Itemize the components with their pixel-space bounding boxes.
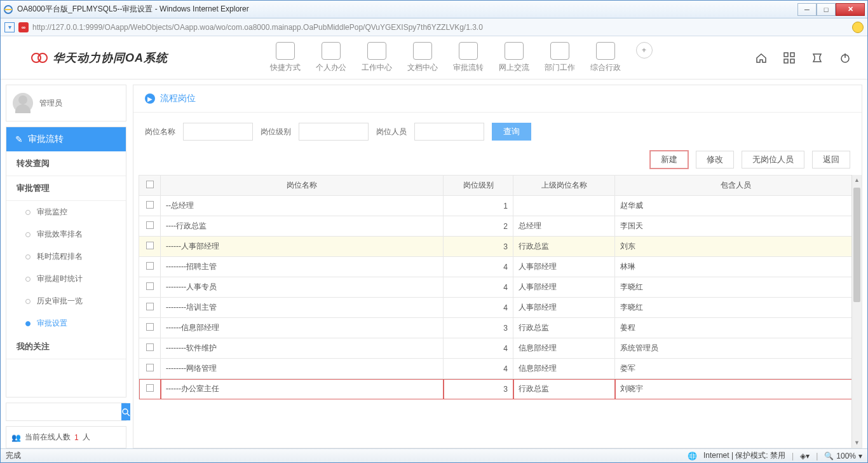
cell-level: 4 bbox=[444, 338, 513, 359]
menu-header[interactable]: ✎ 审批流转 bbox=[6, 127, 126, 151]
nav-item-6[interactable]: 部门工作 bbox=[545, 42, 575, 73]
menu-item-4[interactable]: 历史审批一览 bbox=[6, 290, 126, 312]
cell-level: 4 bbox=[444, 257, 513, 277]
nav-add[interactable]: + bbox=[636, 42, 653, 73]
row-checkbox[interactable] bbox=[146, 303, 154, 310]
cell-people: 娄军 bbox=[615, 359, 857, 379]
svg-point-9 bbox=[123, 409, 128, 414]
edit-button[interactable]: 修改 bbox=[696, 151, 734, 169]
row-checkbox[interactable] bbox=[146, 282, 154, 290]
nav-item-5[interactable]: 网上交流 bbox=[499, 42, 529, 73]
row-checkbox[interactable] bbox=[146, 343, 154, 351]
row-checkbox[interactable] bbox=[146, 201, 154, 209]
theme-icon[interactable] bbox=[810, 51, 824, 65]
filter-label-name: 岗位名称 bbox=[145, 127, 175, 137]
menu-item-3[interactable]: 审批超时统计 bbox=[6, 268, 126, 290]
search-icon bbox=[121, 408, 130, 417]
protected-mode-icon[interactable]: ◈▾ bbox=[800, 452, 810, 460]
sidebar-search bbox=[6, 403, 126, 421]
row-checkbox[interactable] bbox=[146, 221, 154, 229]
compat-icon[interactable] bbox=[852, 22, 864, 33]
user-card: 管理员 bbox=[6, 85, 126, 121]
bullet-icon bbox=[25, 321, 31, 326]
online-count: 👥 当前在线人数 1人 bbox=[6, 426, 126, 448]
power-icon[interactable] bbox=[838, 51, 852, 65]
row-checkbox[interactable] bbox=[146, 323, 154, 331]
row-checkbox[interactable] bbox=[146, 384, 154, 392]
sidebar-menu: ✎ 审批流转 转发查阅 审批管理 审批监控审批效率排名耗时流程排名审批超时统计历… bbox=[6, 127, 126, 397]
nav-item-4[interactable]: 审批流转 bbox=[453, 42, 484, 73]
menu-header-icon: ✎ bbox=[15, 134, 23, 144]
content-scrollbar[interactable]: ▲ ▼ bbox=[851, 175, 862, 448]
nav-item-0[interactable]: 快捷方式 bbox=[270, 42, 301, 73]
apps-icon[interactable] bbox=[782, 51, 796, 65]
maximize-button[interactable]: □ bbox=[817, 3, 836, 16]
row-checkbox[interactable] bbox=[146, 262, 154, 270]
menu-item-1[interactable]: 审批效率排名 bbox=[6, 223, 126, 245]
svg-rect-3 bbox=[784, 53, 788, 57]
zoom-icon: 🔍 bbox=[824, 452, 834, 460]
cell-level: 4 bbox=[444, 298, 513, 318]
nav-label: 个人办公 bbox=[316, 62, 346, 73]
query-button[interactable]: 查询 bbox=[492, 123, 531, 141]
back-button[interactable]: 返回 bbox=[812, 151, 850, 169]
nav-item-1[interactable]: 个人办公 bbox=[316, 42, 346, 73]
scroll-up-icon[interactable]: ▲ bbox=[852, 175, 862, 185]
nav-icon bbox=[322, 42, 341, 60]
svg-point-2 bbox=[38, 53, 47, 62]
table-row[interactable]: --------网络管理4信息部经理娄军 bbox=[139, 359, 857, 379]
minimize-button[interactable]: ─ bbox=[797, 3, 817, 16]
search-button[interactable] bbox=[121, 403, 130, 420]
menu-group-forward[interactable]: 转发查阅 bbox=[6, 151, 126, 176]
nav-item-3[interactable]: 文档中心 bbox=[407, 42, 438, 73]
home-icon[interactable] bbox=[754, 51, 768, 65]
menu-item-0[interactable]: 审批监控 bbox=[6, 201, 126, 223]
cell-superior: 信息部经理 bbox=[513, 359, 615, 379]
chevron-down-icon: ▾ bbox=[858, 452, 862, 460]
col-level: 岗位级别 bbox=[444, 176, 513, 196]
menu-group-approval[interactable]: 审批管理 bbox=[6, 176, 126, 201]
table-row[interactable]: --------软件维护4信息部经理系统管理员 bbox=[139, 338, 857, 359]
row-checkbox[interactable] bbox=[146, 364, 154, 371]
nav-label: 部门工作 bbox=[545, 62, 575, 73]
cell-level: 2 bbox=[444, 216, 513, 237]
cell-people: 李晓红 bbox=[615, 277, 857, 298]
scroll-down-icon[interactable]: ▼ bbox=[852, 438, 862, 448]
nopost-button[interactable]: 无岗位人员 bbox=[742, 151, 804, 169]
filter-input-person[interactable] bbox=[414, 123, 484, 141]
nav-item-7[interactable]: 综合行政 bbox=[590, 42, 621, 73]
search-input[interactable] bbox=[6, 403, 121, 420]
svg-rect-4 bbox=[790, 53, 794, 57]
row-checkbox[interactable] bbox=[146, 242, 154, 249]
select-all-checkbox[interactable] bbox=[146, 181, 154, 188]
filter-bar: 岗位名称 岗位级别 岗位人员 查询 bbox=[133, 113, 862, 147]
table-row[interactable]: ------办公室主任3行政总监刘晓宇 bbox=[139, 379, 857, 399]
cell-name: --------网络管理 bbox=[161, 359, 444, 379]
security-icon[interactable]: ▾ bbox=[4, 22, 15, 32]
scroll-thumb[interactable] bbox=[853, 188, 860, 302]
table-row[interactable]: --------人事专员4人事部经理李晓红 bbox=[139, 277, 857, 298]
menu-item-5[interactable]: 审批设置 bbox=[6, 312, 126, 335]
url-text[interactable]: http://127.0.0.1:9999/OAapp/WebObjects/O… bbox=[32, 23, 848, 32]
cell-name: ------信息部经理 bbox=[161, 318, 444, 338]
cell-name: --------招聘主管 bbox=[161, 257, 444, 277]
people-icon: 👥 bbox=[11, 433, 21, 442]
table-row[interactable]: ------人事部经理3行政总监刘东 bbox=[139, 237, 857, 257]
nav-icon bbox=[505, 42, 524, 60]
table-row[interactable]: ------信息部经理3行政总监姜程 bbox=[139, 318, 857, 338]
filter-input-name[interactable] bbox=[183, 123, 253, 141]
nav-item-2[interactable]: 工作中心 bbox=[362, 42, 392, 73]
logo-text: 华天动力协同OA系统 bbox=[53, 50, 168, 66]
filter-input-level[interactable] bbox=[299, 123, 369, 141]
menu-item-2[interactable]: 耗时流程排名 bbox=[6, 245, 126, 268]
table-row[interactable]: --------培训主管4人事部经理李晓红 bbox=[139, 298, 857, 318]
table-row[interactable]: ----行政总监2总经理李国天 bbox=[139, 216, 857, 237]
close-button[interactable]: ✕ bbox=[836, 3, 865, 16]
new-button[interactable]: 新建 bbox=[650, 151, 688, 169]
table-row[interactable]: --------招聘主管4人事部经理林琳 bbox=[139, 257, 857, 277]
cell-superior: 行政总监 bbox=[513, 318, 615, 338]
menu-group-follow[interactable]: 我的关注 bbox=[6, 335, 126, 359]
zoom-control[interactable]: 🔍 100% ▾ bbox=[824, 452, 862, 460]
col-superior: 上级岗位名称 bbox=[513, 176, 615, 196]
table-row[interactable]: --总经理1赵华威 bbox=[139, 196, 857, 216]
